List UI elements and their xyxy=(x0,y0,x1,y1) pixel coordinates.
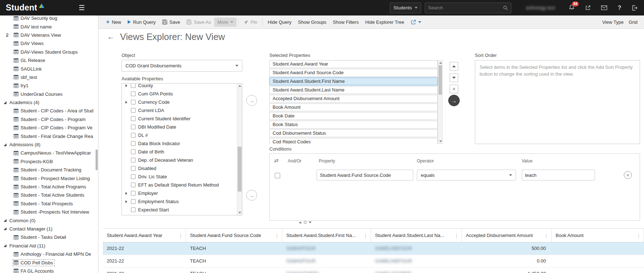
collapse-triangle-icon[interactable] xyxy=(4,219,6,222)
grid-row[interactable]: 2021-22TEACHSAMAVFOURSAMELINEFOUR500.00 xyxy=(103,242,644,255)
selected-property-item[interactable]: Book Date xyxy=(269,112,438,120)
explorer-tree-item[interactable]: DAV Veterans View xyxy=(0,31,96,39)
add-properties-button[interactable]: → xyxy=(246,95,257,106)
selected-property-item[interactable]: Student Award.Student.Last Name xyxy=(269,86,438,94)
expand-arrow-icon[interactable] xyxy=(125,200,131,203)
property-checkbox[interactable] xyxy=(131,116,136,121)
move-down-button[interactable] xyxy=(450,73,458,82)
grid-cell[interactable]: SAMAVFOUR xyxy=(282,242,371,255)
selected-property-item[interactable]: Cod Disbursement Status xyxy=(269,129,438,137)
show-groups-button[interactable]: Show Groups xyxy=(295,18,330,27)
scope-selector[interactable]: Students xyxy=(390,3,421,13)
property-checkbox[interactable] xyxy=(131,100,136,104)
grid-cell[interactable]: 2021-22 xyxy=(103,255,186,267)
column-menu-icon[interactable]: ⋮ xyxy=(274,233,279,238)
available-property-item[interactable]: Expected Start xyxy=(122,206,237,214)
save-as-button[interactable]: Save As xyxy=(183,18,214,27)
grid-cell[interactable]: 0.00 xyxy=(462,255,552,267)
group-conditions-icon[interactable]: ⇄ xyxy=(274,157,279,164)
selected-property-item[interactable]: Student Award.Award Year xyxy=(269,60,438,68)
property-checkbox[interactable] xyxy=(131,108,136,113)
explorer-tree-item[interactable]: Student - CIP Codes - Program Ve xyxy=(0,124,96,132)
property-checkbox[interactable] xyxy=(131,207,136,212)
grid-cell[interactable]: SAMELINTHREE xyxy=(371,268,462,273)
grid-cell[interactable]: TEACH xyxy=(186,242,282,255)
explorer-tree-category[interactable]: Admissions (8) xyxy=(0,140,96,149)
available-property-item[interactable]: Dep. of Deceased Veteran xyxy=(122,156,237,164)
collapse-triangle-icon[interactable] xyxy=(4,227,6,230)
messages-button[interactable] xyxy=(601,5,607,10)
available-property-item[interactable]: Current Student Identifier xyxy=(122,115,237,123)
explorer-tree-item[interactable]: UnderGrad Courses xyxy=(0,90,96,98)
scroll-up-icon[interactable] xyxy=(439,62,442,64)
explorer-tree-item[interactable]: try1 xyxy=(0,81,96,90)
grid-cell[interactable]: TEACH xyxy=(186,268,282,273)
property-checkbox[interactable] xyxy=(131,199,136,204)
property-checkbox[interactable] xyxy=(131,158,136,162)
column-menu-icon[interactable]: ⋮ xyxy=(544,233,549,238)
pin-button[interactable]: Pin xyxy=(241,18,261,27)
grid-cell[interactable] xyxy=(552,255,644,267)
available-property-item[interactable]: Driv. Lic State xyxy=(122,173,237,181)
explorer-tree-item[interactable]: DAV-Views Student Groups xyxy=(0,48,96,56)
grid-column-header[interactable]: Student Award.Student.First Na... ⋮ xyxy=(282,229,371,242)
column-menu-icon[interactable]: ⋮ xyxy=(636,233,641,238)
grid-column-header[interactable]: Student Award.Award Year ⋮ xyxy=(103,229,186,242)
explorer-tree-item[interactable]: Student - CIP Codes - Area of Stud xyxy=(0,107,96,115)
property-checkbox[interactable] xyxy=(131,149,136,154)
available-property-item[interactable]: Employer xyxy=(122,189,237,197)
view-type-value[interactable]: Grid xyxy=(628,19,638,25)
splitter-handle-icon[interactable] xyxy=(304,221,306,224)
explorer-tree-item[interactable]: Student - CIP Codes - Program xyxy=(0,115,96,124)
available-property-item[interactable]: County xyxy=(122,83,237,90)
grid-cell[interactable] xyxy=(552,268,644,273)
available-property-item[interactable]: Current LDA xyxy=(122,106,237,115)
signout-button[interactable] xyxy=(632,5,638,11)
available-property-item[interactable]: Date of Birth xyxy=(122,148,237,156)
explorer-tree-item[interactable]: Student - Final Grade Change Rea xyxy=(0,132,96,140)
search-input[interactable] xyxy=(428,5,503,10)
collapse-triangle-icon[interactable] xyxy=(4,101,6,104)
collapse-triangle-icon[interactable] xyxy=(4,244,6,247)
selected-property-item[interactable]: Cod Reject Codes xyxy=(269,138,438,144)
scroll-down-icon[interactable] xyxy=(439,140,442,142)
explorer-tree-item[interactable]: GL Release xyxy=(0,56,96,64)
remove-property-button[interactable]: × xyxy=(450,85,458,93)
explorer-tree-category[interactable]: Contact Manager (1) xyxy=(0,225,96,233)
expand-arrow-icon[interactable] xyxy=(125,101,131,104)
grid-cell[interactable]: SAMELINEFOUR xyxy=(371,255,462,267)
selected-property-item[interactable]: Book Amount xyxy=(269,103,438,111)
property-checkbox[interactable] xyxy=(131,166,136,171)
available-property-item[interactable]: DL # xyxy=(122,131,237,139)
explorer-tree-item[interactable]: DAV test name xyxy=(0,22,96,31)
explorer-tree-item[interactable]: Prospects-KGB xyxy=(0,157,96,166)
column-menu-icon[interactable]: ⋮ xyxy=(178,233,183,238)
explorer-tree-category[interactable]: Academics (4) xyxy=(0,98,96,107)
property-checkbox[interactable] xyxy=(131,133,136,138)
property-checkbox[interactable] xyxy=(131,91,136,96)
add-sort-property-button[interactable]: → xyxy=(448,95,460,106)
explorer-tree-item[interactable]: sbf_test xyxy=(0,73,96,81)
column-menu-icon[interactable]: ⋮ xyxy=(454,233,459,238)
grid-row[interactable]: 2021-22TEACHSAMAVFOURSAMELINEFOUR0.00 xyxy=(103,255,644,268)
more-button[interactable]: More xyxy=(214,18,237,27)
available-property-item[interactable]: Currency Code xyxy=(122,98,237,106)
property-checkbox[interactable] xyxy=(131,191,136,196)
selected-property-item[interactable]: Student Award.Fund Source.Code xyxy=(269,69,438,77)
available-property-item[interactable]: Cum GPA Points xyxy=(122,90,237,98)
explorer-tree-item[interactable]: Student - Total Active Students xyxy=(0,191,96,199)
explorer-tree-item[interactable]: CampusNexus - TestViewApplicar xyxy=(0,149,96,157)
selected-property-item[interactable]: Book Status xyxy=(269,121,438,129)
remove-condition-button[interactable]: × xyxy=(624,171,632,179)
condition-value-input[interactable] xyxy=(522,170,595,180)
hamburger-icon[interactable]: ☰ xyxy=(79,4,85,12)
help-icon[interactable]: ? xyxy=(618,5,621,11)
collapse-triangle-icon[interactable] xyxy=(4,143,6,146)
grid-cell[interactable]: SAMAVFOUR xyxy=(282,255,371,267)
grid-row[interactable]: 2021-22TEACHSAMANTHREESAMELINTHREE1,350.… xyxy=(103,268,644,273)
grid-cell[interactable]: 1,350.00 xyxy=(462,268,552,273)
available-property-item[interactable]: Disabled xyxy=(122,164,237,173)
expand-arrow-icon[interactable] xyxy=(125,84,131,87)
condition-checkbox[interactable] xyxy=(275,173,280,178)
explorer-tree-item[interactable]: DAV Views xyxy=(0,39,96,48)
